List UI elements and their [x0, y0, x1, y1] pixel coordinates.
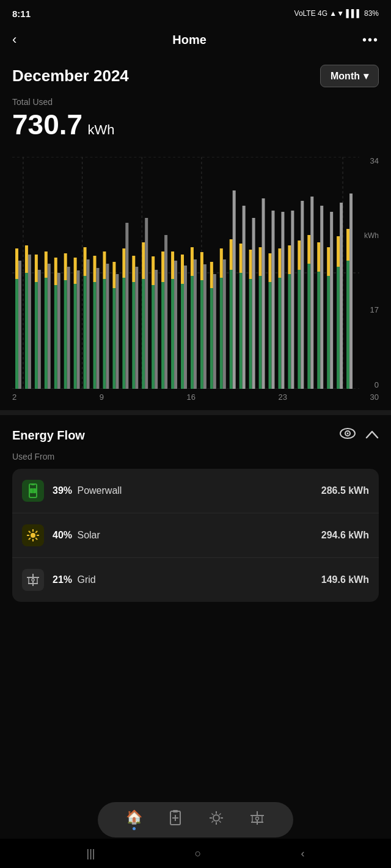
svg-rect-33 — [93, 256, 97, 282]
bottom-nav: 🏠 — [98, 802, 293, 837]
svg-rect-41 — [122, 278, 125, 389]
svg-rect-57 — [171, 251, 174, 279]
date-row: December 2024 Month ▾ — [0, 55, 391, 92]
svg-rect-56 — [171, 279, 174, 389]
svg-rect-97 — [301, 201, 304, 389]
svg-rect-85 — [262, 198, 265, 389]
grid-nav-icon — [249, 810, 265, 830]
svg-rect-52 — [155, 270, 158, 389]
energy-items-card: 39% Powerwall 286.5 kWh — [12, 469, 379, 602]
system-nav-bar: ||| ○ ‹ — [0, 839, 391, 868]
svg-rect-110 — [346, 261, 349, 389]
back-gesture[interactable]: ||| — [87, 847, 95, 860]
svg-line-148 — [211, 821, 213, 823]
svg-rect-91 — [281, 212, 284, 389]
powerwall-label: 39% Powerwall — [53, 485, 321, 496]
svg-rect-35 — [103, 279, 106, 389]
home-nav-icon: 🏠 — [126, 809, 142, 825]
status-time: 8:11 — [12, 9, 31, 19]
svg-rect-65 — [200, 280, 203, 389]
energy-flow-controls — [340, 427, 379, 443]
svg-line-145 — [211, 814, 213, 816]
grid-pct: 21% — [53, 574, 72, 585]
header: ‹ Home ••• — [0, 24, 391, 55]
svg-rect-95 — [298, 270, 301, 389]
date-label: December 2024 — [12, 67, 129, 85]
svg-rect-51 — [152, 256, 155, 285]
svg-rect-53 — [161, 282, 164, 389]
svg-rect-48 — [142, 242, 145, 279]
status-bar: 8:11 VoLTE 4G ▲▼ ▌▌▌ 83% — [0, 0, 391, 24]
svg-rect-24 — [64, 253, 67, 280]
powerwall-value: 286.5 kWh — [321, 485, 369, 496]
svg-rect-23 — [64, 280, 67, 389]
svg-rect-83 — [259, 276, 262, 389]
svg-rect-74 — [230, 270, 233, 389]
svg-rect-25 — [67, 267, 70, 389]
svg-rect-106 — [330, 212, 333, 389]
svg-rect-30 — [84, 247, 87, 276]
period-selector[interactable]: Month ▾ — [320, 65, 379, 87]
svg-rect-60 — [181, 255, 184, 284]
chart-wrapper: 34 kWh 17 0 — [12, 157, 379, 389]
grid-icon — [22, 569, 44, 591]
svg-rect-66 — [200, 252, 203, 280]
svg-rect-54 — [161, 251, 164, 282]
x-label-30: 30 — [370, 392, 379, 402]
svg-rect-103 — [320, 206, 323, 389]
svg-rect-39 — [112, 262, 115, 288]
svg-rect-109 — [340, 203, 343, 389]
nav-grid[interactable] — [239, 810, 275, 830]
nav-powerwall[interactable] — [157, 810, 193, 830]
svg-rect-102 — [317, 242, 320, 272]
nav-solar[interactable] — [198, 810, 234, 830]
svg-rect-27 — [74, 258, 77, 284]
svg-line-147 — [219, 814, 221, 816]
home-gesture[interactable]: ○ — [195, 847, 202, 860]
visibility-toggle[interactable] — [340, 427, 356, 443]
svg-line-128 — [29, 538, 31, 540]
svg-rect-36 — [103, 251, 106, 279]
svg-rect-75 — [230, 239, 233, 270]
powerwall-item: 39% Powerwall 286.5 kWh — [12, 469, 379, 513]
section-separator — [0, 410, 391, 415]
x-label-16: 16 — [187, 392, 196, 402]
svg-rect-90 — [278, 248, 281, 278]
y-label-0: 0 — [375, 381, 379, 389]
chevron-down-icon: ▾ — [364, 70, 368, 82]
total-used-label: Total Used — [12, 97, 379, 107]
back-button[interactable]: ‹ — [12, 32, 16, 48]
svg-point-140 — [213, 815, 219, 821]
powerwall-pct: 39% — [53, 485, 72, 496]
svg-rect-111 — [346, 229, 349, 261]
total-used-value-row: 730.7 kWh — [12, 108, 379, 141]
collapse-icon[interactable] — [365, 429, 379, 442]
svg-rect-19 — [48, 264, 51, 389]
svg-rect-42 — [122, 248, 125, 278]
svg-rect-31 — [87, 259, 90, 389]
recent-gesture[interactable]: ‹ — [301, 847, 304, 860]
svg-rect-55 — [164, 235, 167, 389]
svg-rect-34 — [97, 268, 100, 389]
solar-item: 40% Solar 294.6 kWh — [12, 513, 379, 558]
svg-rect-49 — [145, 218, 148, 389]
svg-point-135 — [32, 579, 34, 581]
more-button[interactable]: ••• — [362, 33, 379, 47]
svg-rect-67 — [203, 264, 206, 389]
svg-rect-62 — [191, 276, 194, 389]
svg-rect-17 — [45, 278, 48, 389]
svg-rect-11 — [25, 273, 28, 389]
chart-x-labels: 2 9 16 23 30 — [12, 389, 379, 402]
chart-svg-area — [12, 157, 359, 389]
battery-icon: 83% — [364, 9, 379, 18]
svg-rect-10 — [18, 261, 21, 389]
nav-home[interactable]: 🏠 — [116, 809, 152, 830]
svg-rect-37 — [106, 264, 109, 389]
svg-rect-72 — [220, 248, 223, 278]
energy-flow-title: Energy Flow — [12, 429, 85, 443]
chart-y-labels: 34 kWh 17 0 — [359, 157, 379, 389]
svg-rect-100 — [310, 197, 313, 389]
svg-rect-47 — [142, 279, 145, 389]
svg-rect-46 — [135, 267, 138, 389]
svg-rect-40 — [115, 274, 119, 389]
